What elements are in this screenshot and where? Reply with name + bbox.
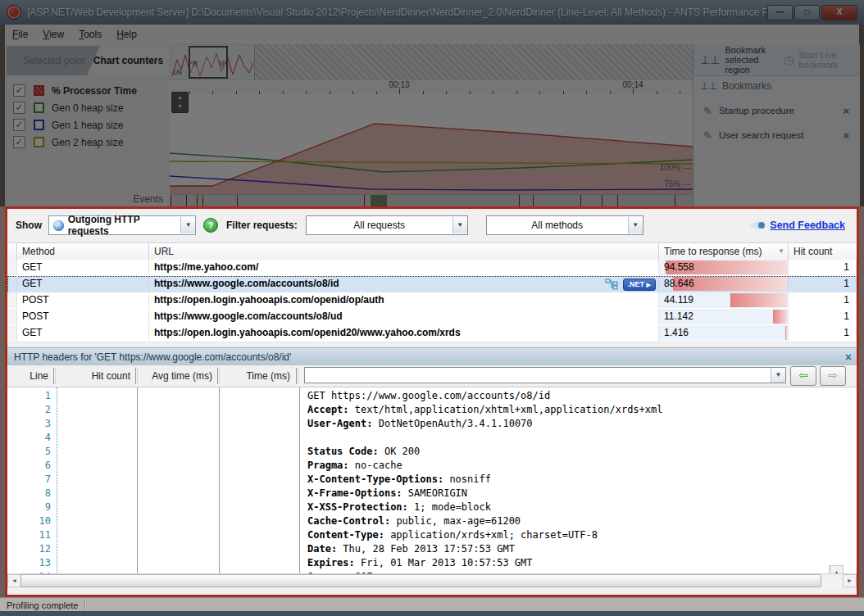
chevron-down-icon[interactable]: ▼ bbox=[771, 368, 785, 383]
row-selector[interactable] bbox=[7, 276, 17, 292]
close-button[interactable]: X bbox=[821, 5, 857, 20]
row-selector[interactable] bbox=[7, 292, 17, 308]
header-line bbox=[307, 431, 824, 445]
column-header-hitcount[interactable]: Hit count bbox=[789, 243, 857, 260]
event-marker[interactable] bbox=[202, 195, 203, 207]
table-row[interactable]: GEThttps://open.login.yahooapis.com/open… bbox=[7, 325, 857, 342]
send-feedback[interactable]: Send Feedback bbox=[749, 220, 845, 231]
event-marker[interactable] bbox=[602, 195, 603, 207]
url-cell: https://open.login.yahooapis.com/openid/… bbox=[149, 292, 659, 308]
method-cell: GET bbox=[17, 260, 149, 275]
maximize-button[interactable]: □ bbox=[794, 5, 820, 20]
edit-pencil-icon[interactable]: ✎ bbox=[703, 105, 712, 117]
overview-selection-handles[interactable]: ‹||||||› bbox=[189, 46, 228, 79]
scale-spinner[interactable]: ▲▼ bbox=[171, 92, 189, 113]
help-icon[interactable]: ? bbox=[203, 218, 218, 233]
menu-help[interactable]: Help bbox=[109, 26, 144, 43]
column-header-time[interactable]: Time to response (ms) ▼ bbox=[659, 243, 789, 260]
menu-view[interactable]: View bbox=[35, 26, 71, 43]
ants-profiler-window: [ASP.NET/Web Development Server] D:\Docu… bbox=[0, 0, 864, 616]
edit-pencil-icon[interactable]: ✎ bbox=[703, 129, 712, 142]
table-row[interactable]: GEThttps://www.google.com/accounts/o8/id… bbox=[7, 276, 857, 293]
time-ruler[interactable]: 00:1300:14 bbox=[170, 80, 693, 95]
method-cell: POST bbox=[17, 292, 149, 308]
http-requests-panel: Show Outgoing HTTP requests ▼ ? Filter r… bbox=[5, 206, 859, 597]
hitcount-cell: 1 bbox=[789, 309, 857, 324]
column-header-line[interactable]: Line bbox=[7, 365, 48, 387]
scroll-left-icon[interactable]: ◄ bbox=[7, 574, 21, 587]
menu-file[interactable]: File bbox=[5, 26, 35, 43]
horizontal-scrollbar[interactable]: ◄ ► bbox=[7, 573, 857, 587]
row-selector[interactable] bbox=[7, 325, 17, 341]
column-header-hits[interactable]: Hit count bbox=[57, 365, 130, 387]
table-row[interactable]: GEThttps://me.yahoo.com/94.5581 bbox=[7, 260, 857, 277]
methods-filter-dropdown[interactable]: All methods ▼ bbox=[486, 215, 643, 235]
event-marker[interactable] bbox=[364, 195, 365, 207]
event-marker[interactable] bbox=[519, 195, 520, 207]
table-row[interactable]: POSThttps://open.login.yahooapis.com/ope… bbox=[7, 292, 857, 310]
event-marker[interactable] bbox=[533, 195, 534, 207]
minimize-button[interactable]: — bbox=[767, 5, 793, 20]
start-live-bookmark-button[interactable]: ◷ Start Live bookmark bbox=[777, 44, 860, 76]
call-tree-icon[interactable] bbox=[605, 279, 620, 290]
column-header-time[interactable]: Time (ms) bbox=[216, 365, 290, 387]
events-track[interactable] bbox=[170, 194, 693, 207]
overview-thumbnail[interactable]: ‹||||||› Us bbox=[171, 45, 255, 79]
time-cell: 1.416 bbox=[659, 325, 789, 341]
column-header-avgtime[interactable]: Avg time (ms) bbox=[139, 365, 212, 387]
tab-chart-counters[interactable]: Chart counters bbox=[87, 46, 170, 75]
bookmark-item-search[interactable]: ✎ User search request × bbox=[703, 125, 854, 146]
menu-tools[interactable]: Tools bbox=[71, 26, 109, 43]
delete-bookmark-icon[interactable]: × bbox=[843, 105, 849, 117]
navigate-back-button[interactable]: ⇦ bbox=[790, 366, 816, 386]
line-number: 10 bbox=[7, 514, 51, 528]
column-header-url[interactable]: URL bbox=[149, 243, 659, 260]
close-panel-icon[interactable]: × bbox=[845, 348, 852, 366]
scrollbar-thumb[interactable] bbox=[20, 574, 821, 587]
table-row[interactable]: POSThttps://www.google.com/accounts/o8/u… bbox=[7, 309, 857, 326]
window-title: [ASP.NET/Web Development Server] D:\Docu… bbox=[27, 7, 766, 18]
checkbox-gen0[interactable]: ✓ bbox=[13, 102, 25, 114]
event-marker[interactable] bbox=[580, 195, 581, 207]
event-marker[interactable] bbox=[617, 195, 618, 207]
x-axis-label: 00:13 bbox=[389, 80, 409, 89]
event-marker[interactable] bbox=[171, 195, 171, 207]
search-combobox[interactable]: ▼ bbox=[304, 367, 786, 383]
checkbox-processor-time[interactable]: ✓ bbox=[13, 84, 25, 97]
scroll-right-icon[interactable]: ► bbox=[843, 574, 857, 587]
http-headers-content[interactable]: 1234567891011121314 GET https://www.goog… bbox=[7, 387, 857, 574]
dotnet-badge[interactable]: .NET ▶ bbox=[623, 279, 656, 291]
column-header-method[interactable]: Method bbox=[17, 243, 149, 260]
checkbox-gen1[interactable]: ✓ bbox=[13, 119, 25, 131]
send-feedback-link[interactable]: Send Feedback bbox=[770, 220, 845, 231]
navigate-forward-button[interactable]: ⇨ bbox=[820, 366, 846, 386]
bookmark-item-startup[interactable]: ✎ Startup procedure × bbox=[703, 100, 854, 121]
row-selector[interactable] bbox=[7, 309, 17, 324]
counters-plot[interactable]: 100% — 75% — 50% — 25% — bbox=[170, 94, 693, 194]
chevron-down-icon[interactable]: ▼ bbox=[180, 217, 195, 233]
event-region-marker[interactable] bbox=[371, 195, 387, 207]
chevron-down-icon[interactable]: ▼ bbox=[452, 217, 467, 233]
event-marker[interactable] bbox=[197, 195, 198, 207]
row-selector[interactable] bbox=[7, 260, 17, 275]
show-dropdown[interactable]: Outgoing HTTP requests ▼ bbox=[48, 215, 196, 235]
event-marker[interactable] bbox=[237, 195, 238, 207]
tab-selected-point[interactable]: Selected point bbox=[7, 46, 102, 75]
stopwatch-icon: ◷ bbox=[784, 53, 794, 66]
event-marker[interactable] bbox=[675, 195, 675, 207]
hitcount-cell: 1 bbox=[789, 276, 857, 292]
requests-filter-value: All requests bbox=[307, 220, 452, 231]
delete-bookmark-icon[interactable]: × bbox=[843, 129, 849, 142]
chart-counters-panel: Selected point Chart counters ✓ % Proces… bbox=[5, 44, 171, 206]
time-bar bbox=[785, 326, 787, 340]
event-marker[interactable] bbox=[186, 195, 187, 207]
overview-strip: ‹||||||› Us bbox=[170, 44, 693, 81]
checkbox-gen2[interactable]: ✓ bbox=[13, 136, 25, 148]
x-axis-label: 00:14 bbox=[622, 80, 643, 89]
requests-filter-dropdown[interactable]: All requests ▼ bbox=[306, 215, 468, 235]
chevron-down-icon[interactable]: ▼ bbox=[628, 217, 643, 233]
bookmark-selected-region-button[interactable]: ⊥⊥ Bookmark selected region bbox=[693, 44, 778, 76]
y-axis-label: 75% — bbox=[664, 179, 691, 188]
line-number-gutter: 1234567891011121314 bbox=[7, 389, 51, 574]
http-headers-title-bar: HTTP headers for 'GET https://www.google… bbox=[7, 347, 857, 365]
